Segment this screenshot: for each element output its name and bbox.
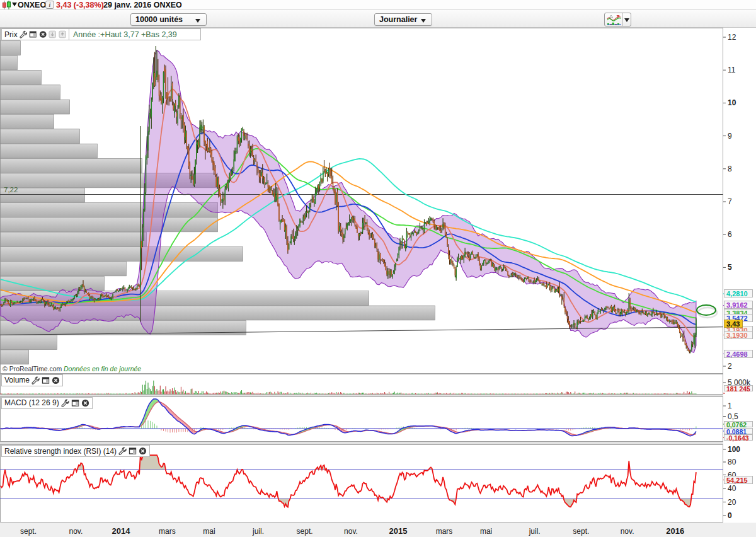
svg-text:80: 80 bbox=[728, 458, 736, 466]
svg-text:10: 10 bbox=[728, 98, 736, 107]
svg-text:7,22: 7,22 bbox=[4, 186, 18, 193]
svg-text:9: 9 bbox=[728, 132, 732, 141]
svg-text:2: 2 bbox=[728, 362, 732, 371]
svg-text:i: i bbox=[49, 1, 51, 8]
svg-text:nov.: nov. bbox=[344, 527, 358, 536]
svg-text:100: 100 bbox=[728, 445, 740, 454]
svg-text:2016: 2016 bbox=[666, 526, 684, 536]
svg-text:mars: mars bbox=[436, 527, 453, 536]
svg-text:mai: mai bbox=[203, 527, 215, 536]
svg-text:7: 7 bbox=[728, 197, 732, 206]
svg-text:Données en fin de journée: Données en fin de journée bbox=[64, 365, 141, 372]
svg-text:8: 8 bbox=[728, 165, 732, 173]
svg-text:20: 20 bbox=[728, 498, 736, 507]
svg-text:mars: mars bbox=[159, 527, 176, 536]
svg-text:nov.: nov. bbox=[69, 527, 83, 536]
svg-text:1: 1 bbox=[728, 401, 732, 410]
svg-text:12: 12 bbox=[728, 33, 736, 42]
svg-text:mai: mai bbox=[480, 527, 492, 536]
svg-text:11: 11 bbox=[728, 66, 736, 74]
svg-text:0: 0 bbox=[728, 511, 732, 520]
svg-text:6: 6 bbox=[728, 230, 732, 239]
svg-text:© ProRealTime.com: © ProRealTime.com bbox=[3, 365, 62, 372]
svg-text:0,5: 0,5 bbox=[728, 412, 738, 421]
svg-text:juil.: juil. bbox=[529, 527, 541, 536]
svg-text:2014: 2014 bbox=[112, 526, 131, 536]
svg-text:sept.: sept. bbox=[573, 527, 589, 536]
svg-text:nov.: nov. bbox=[621, 527, 634, 536]
svg-text:juil.: juil. bbox=[252, 527, 264, 536]
svg-text:5: 5 bbox=[728, 263, 732, 272]
svg-text:sept.: sept. bbox=[297, 527, 313, 536]
svg-text:2015: 2015 bbox=[389, 526, 408, 536]
svg-text:sept.: sept. bbox=[20, 527, 37, 536]
svg-text:40: 40 bbox=[728, 484, 736, 493]
